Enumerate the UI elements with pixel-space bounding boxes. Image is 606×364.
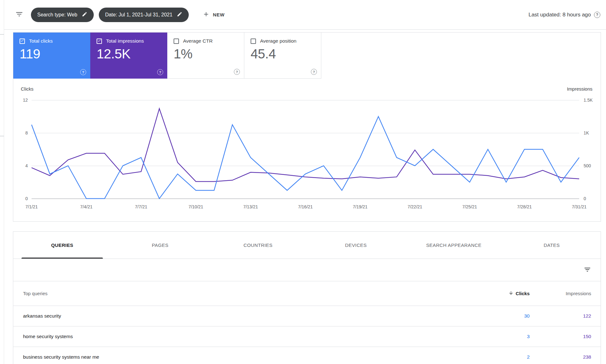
tab-queries[interactable]: QUERIES (13, 232, 111, 259)
impressions-cell: 122 (530, 313, 601, 319)
average-ctr-checkbox[interactable] (174, 39, 179, 44)
tab-label: DEVICES (345, 242, 367, 248)
tab-search-appearance[interactable]: SEARCH APPEARANCE (405, 232, 503, 259)
nav-rail-mark (0, 34, 4, 35)
checkmark-icon (20, 38, 24, 44)
y-axis-tick-right: 1K (584, 130, 589, 136)
filter-button[interactable] (15, 10, 23, 19)
help-glyph: ? (159, 70, 161, 74)
clicks-cell: 2 (492, 354, 530, 360)
edit-icon (177, 11, 182, 18)
performance-report-page: Total clicks 119 ? Total impressions 12.… (0, 32, 606, 364)
tab-label: COUNTRIES (243, 242, 272, 248)
x-axis-tick: 7/25/21 (462, 204, 477, 209)
chart-plot[interactable] (32, 100, 579, 199)
tab-label: SEARCH APPEARANCE (426, 242, 481, 248)
nav-rail-edge (0, 0, 4, 364)
plus-icon (203, 11, 210, 19)
x-axis-tick: 7/28/21 (517, 204, 532, 209)
y-axis-tick-right: 1.5K (584, 97, 593, 103)
overview-card: Total clicks 119 ? Total impressions 12.… (13, 32, 601, 222)
top-queries-header: Top queries (13, 291, 492, 296)
y-axis-tick-left: 0 (18, 196, 28, 201)
x-axis-tick: 7/31/21 (572, 204, 587, 209)
x-axis-tick: 7/22/21 (407, 204, 422, 209)
tab-countries[interactable]: COUNTRIES (209, 232, 307, 259)
top-app-bar: Search type: Web Date: Jul 1, 2021-Jul 3… (0, 0, 606, 30)
metric-label: Average CTR (183, 38, 213, 44)
filter-list-icon (584, 266, 591, 274)
chart-plot-region (32, 100, 579, 199)
chart-area: Clicks Impressions 128401.5K1K50007/1/21… (13, 79, 601, 221)
clicks-line (32, 116, 579, 199)
table-header-row: Top queries Clicks Impressions (13, 281, 601, 306)
average-ctr-card[interactable]: Average CTR 1% ? (167, 33, 244, 79)
query-cell: arkansas security (13, 313, 492, 319)
y-axis-tick-left: 8 (18, 130, 28, 136)
total-impressions-card[interactable]: Total impressions 12.5K ? (90, 33, 167, 79)
metric-label: Average position (260, 38, 296, 44)
filter-list-icon (15, 10, 23, 19)
table-row[interactable]: arkansas security30122 (13, 306, 601, 326)
help-icon[interactable]: ? (80, 69, 86, 75)
clicks-column-header[interactable]: Clicks (492, 290, 530, 296)
help-icon[interactable]: ? (311, 69, 317, 75)
query-table-card: QUERIESPAGESCOUNTRIESDEVICESSEARCH APPEA… (13, 231, 601, 364)
table-tabs: QUERIESPAGESCOUNTRIESDEVICESSEARCH APPEA… (13, 232, 601, 259)
nav-rail-mark (0, 136, 4, 136)
edit-icon (82, 11, 87, 18)
clicks-cell: 3 (492, 334, 530, 339)
tab-dates[interactable]: DATES (503, 232, 601, 259)
table-row[interactable]: business security systems near me2238 (13, 347, 601, 364)
table-filter-button[interactable] (584, 266, 591, 274)
x-axis-tick: 7/10/21 (188, 204, 203, 209)
date-range-chip[interactable]: Date: Jul 1, 2021-Jul 31, 2021 (99, 8, 189, 22)
x-axis-tick: 7/1/21 (26, 204, 38, 209)
date-range-chip-label: Date: Jul 1, 2021-Jul 31, 2021 (105, 12, 172, 18)
tab-label: PAGES (152, 242, 169, 248)
y-axis-tick-right: 0 (584, 196, 586, 201)
tab-label: QUERIES (51, 242, 73, 248)
x-axis-tick: 7/7/21 (135, 204, 147, 209)
new-filter-button[interactable]: NEW (201, 10, 226, 19)
help-icon[interactable]: ? (594, 12, 600, 18)
impressions-cell: 238 (530, 354, 601, 360)
help-glyph: ? (236, 70, 238, 74)
query-cell: business security systems near me (13, 354, 492, 360)
help-glyph: ? (82, 70, 84, 74)
tab-label: DATES (544, 242, 560, 248)
x-axis-tick: 7/4/21 (80, 204, 92, 209)
help-icon[interactable]: ? (157, 69, 163, 75)
impressions-line (32, 109, 579, 182)
clicks-cell: 30 (492, 313, 530, 319)
y-axis-tick-right: 500 (584, 163, 591, 169)
help-icon[interactable]: ? (234, 69, 240, 75)
x-axis-tick: 7/16/21 (298, 204, 313, 209)
impressions-cell: 150 (530, 334, 601, 339)
metric-label: Total clicks (29, 38, 53, 44)
tab-devices[interactable]: DEVICES (307, 232, 405, 259)
metric-label: Total impressions (106, 38, 144, 44)
x-axis-tick: 7/19/21 (353, 204, 368, 209)
y-axis-tick-left: 4 (18, 163, 28, 169)
left-axis-title: Clicks (21, 86, 33, 92)
impressions-column-header[interactable]: Impressions (530, 291, 601, 296)
total-impressions-checkbox[interactable] (97, 39, 102, 44)
sort-descending-icon (508, 290, 514, 296)
metric-value: 119 (13, 44, 90, 62)
help-glyph: ? (596, 13, 598, 17)
y-axis-tick-left: 12 (18, 97, 28, 103)
last-updated: Last updated: 8 hours ago ? (528, 12, 600, 18)
last-updated-text: Last updated: 8 hours ago (528, 12, 591, 18)
average-position-card[interactable]: Average position 45.4 ? (244, 33, 321, 79)
search-type-chip[interactable]: Search type: Web (31, 8, 94, 22)
metric-value: 12.5K (90, 44, 167, 62)
table-filter-row (13, 259, 601, 281)
total-clicks-card[interactable]: Total clicks 119 ? (13, 33, 90, 79)
metric-value: 45.4 (244, 44, 321, 62)
tab-pages[interactable]: PAGES (111, 232, 209, 259)
help-glyph: ? (313, 70, 315, 74)
average-position-checkbox[interactable] (251, 39, 256, 44)
table-row[interactable]: home security systems3150 (13, 326, 601, 347)
total-clicks-checkbox[interactable] (20, 39, 25, 44)
